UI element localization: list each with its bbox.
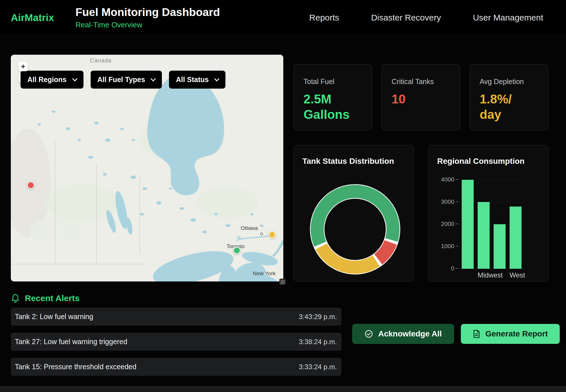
- filter-label: All Fuel Types: [97, 75, 145, 84]
- tank-marker-warning[interactable]: [268, 231, 276, 239]
- main-content: CanadaOttawaTorontoNew York + − All Regi…: [0, 35, 566, 281]
- y-tick-label: 3000: [438, 198, 454, 205]
- stat-label: Critical Tanks: [392, 77, 454, 86]
- nav-item-reports[interactable]: Reports: [309, 13, 339, 23]
- map-canvas[interactable]: CanadaOttawaTorontoNew York + − All Regi…: [11, 55, 283, 281]
- stat-label: Avg Depletion: [480, 77, 542, 86]
- page-title: Fuel Monitoring Dashboard: [76, 6, 220, 19]
- alert-row[interactable]: Tank 15: Pressure threshold exceeded3:33…: [11, 358, 341, 376]
- bar-west: [510, 207, 522, 269]
- generate-report-label: Generate Report: [485, 329, 548, 338]
- y-tick-label: 0: [438, 265, 454, 272]
- acknowledge-all-button[interactable]: Acknowledge All: [352, 324, 454, 344]
- stat-card-total-fuel: Total Fuel2.5M Gallons: [294, 64, 372, 130]
- resize-handle-icon[interactable]: [279, 279, 286, 285]
- gridline: [459, 269, 524, 269]
- alerts-section: Recent Alerts Tank 2: Low fuel warning3:…: [0, 293, 566, 383]
- x-tick-label: Midwest: [478, 271, 490, 279]
- bar-region-1: [462, 180, 474, 269]
- y-tick-label: 2000: [438, 220, 454, 227]
- y-tick-mark: [456, 201, 458, 202]
- alert-timestamp: 3:33:24 p.m.: [299, 363, 337, 371]
- header: AirMatrix Fuel Monitoring Dashboard Real…: [0, 0, 566, 35]
- map-filter-bar: All RegionsAll Fuel TypesAll Status: [21, 71, 225, 89]
- document-icon: [473, 330, 480, 338]
- alerts-heading-row: Recent Alerts: [11, 293, 566, 303]
- stats-row: Total Fuel2.5M GallonsCritical Tanks10Av…: [294, 64, 549, 130]
- y-tick-mark: [456, 224, 458, 224]
- bar-chart-plot: [459, 180, 524, 269]
- alerts-list: Tank 2: Low fuel warning3:43:29 p.m.Tank…: [11, 308, 341, 383]
- alert-row[interactable]: Tank 2: Low fuel warning3:43:29 p.m.: [11, 308, 341, 326]
- x-tick-label: West: [510, 271, 522, 279]
- stat-value: 10: [392, 91, 454, 107]
- page-subtitle: Real-Time Overview: [76, 21, 220, 29]
- bar-chart-plot-wrap: MidwestWest: [459, 180, 524, 279]
- chevron-down-icon: [150, 76, 156, 81]
- stat-label: Total Fuel: [304, 77, 366, 86]
- bar-chart: 01000200030004000 MidwestWest: [438, 179, 543, 279]
- tank-status-card: Tank Status Distribution: [294, 145, 414, 281]
- alert-timestamp: 3:38:24 p.m.: [299, 338, 337, 346]
- tank-marker-normal[interactable]: [233, 246, 241, 254]
- footer-strip: [0, 386, 566, 392]
- alert-row[interactable]: Tank 27: Low fuel warning triggered3:38:…: [11, 333, 341, 351]
- y-tick-label: 1000: [438, 243, 454, 250]
- bar-chart-x-labels: MidwestWest: [459, 271, 524, 279]
- alert-message: Tank 15: Pressure threshold exceeded: [15, 363, 137, 371]
- nav-item-user-management[interactable]: User Management: [473, 13, 543, 23]
- filter-label: All Regions: [27, 75, 67, 84]
- alert-message: Tank 27: Low fuel warning triggered: [15, 338, 127, 346]
- bar-midwest: [478, 202, 490, 269]
- right-column: Total Fuel2.5M GallonsCritical Tanks10Av…: [294, 64, 549, 281]
- stat-card-avg-depletion: Avg Depletion1.8%/ day: [470, 64, 548, 130]
- tank-status-title: Tank Status Distribution: [302, 157, 408, 166]
- charts-row: Tank Status Distribution Regional Consum…: [294, 145, 549, 281]
- regional-consumption-card: Regional Consumption 01000200030004000 M…: [428, 145, 549, 281]
- filter-all-fuel-types[interactable]: All Fuel Types: [91, 71, 162, 89]
- generate-report-button[interactable]: Generate Report: [461, 324, 560, 344]
- nav-item-disaster-recovery[interactable]: Disaster Recovery: [371, 13, 441, 23]
- tank-marker-critical[interactable]: [27, 181, 34, 189]
- y-tick-mark: [456, 268, 458, 269]
- alert-timestamp: 3:43:29 p.m.: [299, 313, 337, 321]
- x-tick-label: [494, 271, 506, 279]
- alerts-actions: Acknowledge All Generate Report: [352, 324, 560, 383]
- regional-consumption-title: Regional Consumption: [437, 157, 543, 166]
- alerts-heading: Recent Alerts: [25, 293, 80, 303]
- chevron-down-icon: [214, 76, 219, 81]
- y-tick-mark: [456, 246, 458, 246]
- alerts-body: Tank 2: Low fuel warning3:43:29 p.m.Tank…: [11, 308, 566, 383]
- bar-chart-bars: [459, 180, 524, 269]
- filter-label: All Status: [176, 75, 209, 84]
- stat-card-critical-tanks: Critical Tanks10: [382, 64, 460, 130]
- filter-all-status[interactable]: All Status: [169, 71, 225, 89]
- acknowledge-all-label: Acknowledge All: [378, 329, 442, 338]
- bell-icon: [11, 293, 20, 303]
- stat-value: 1.8%/ day: [480, 91, 542, 122]
- bar-region-3: [494, 224, 506, 269]
- x-tick-label: [462, 271, 474, 279]
- map-panel: CanadaOttawaTorontoNew York + − All Regi…: [11, 55, 283, 281]
- map-terrain: [11, 55, 283, 281]
- alert-message: Tank 2: Low fuel warning: [15, 313, 93, 321]
- donut-chart: [308, 182, 402, 276]
- check-circle-icon: [365, 330, 373, 338]
- brand-logo[interactable]: AirMatrix: [11, 12, 54, 23]
- title-block: Fuel Monitoring Dashboard Real-Time Over…: [76, 6, 220, 29]
- bar-chart-y-axis: 01000200030004000: [438, 179, 459, 268]
- main-nav: ReportsDisaster RecoveryUser Management: [309, 13, 543, 23]
- stat-value: 2.5M Gallons: [304, 91, 366, 122]
- filter-all-regions[interactable]: All Regions: [21, 71, 84, 89]
- y-tick-label: 4000: [438, 176, 454, 183]
- chevron-down-icon: [72, 76, 77, 81]
- zoom-in-button[interactable]: +: [18, 62, 28, 71]
- y-tick-mark: [456, 179, 458, 180]
